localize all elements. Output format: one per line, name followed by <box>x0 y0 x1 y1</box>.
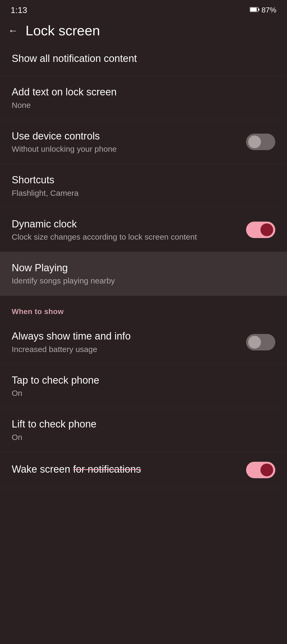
setting-lift-check-title: Lift to check phone <box>12 418 269 431</box>
setting-wake-screen-title: Wake screen for notifications <box>12 463 240 476</box>
page-title: Lock screen <box>26 23 100 39</box>
wake-screen-strikethrough: for notifications <box>73 464 141 475</box>
setting-device-controls-title: Use device controls <box>12 130 240 143</box>
setting-wake-screen[interactable]: Wake screen for notifications <box>0 452 287 488</box>
wake-screen-toggle[interactable] <box>246 462 275 478</box>
setting-now-playing-text: Now Playing Identify songs playing nearb… <box>12 261 275 286</box>
settings-list: Show all notification content Add text o… <box>0 43 287 488</box>
svg-rect-2 <box>250 8 257 11</box>
setting-dynamic-clock-subtitle: Clock size changes according to lock scr… <box>12 232 240 242</box>
setting-dynamic-clock-title: Dynamic clock <box>12 218 240 231</box>
setting-show-notification[interactable]: Show all notification content <box>0 43 287 76</box>
status-time: 1:13 <box>11 5 27 15</box>
setting-add-text-title: Add text on lock screen <box>12 86 269 99</box>
setting-tap-check[interactable]: Tap to check phone On <box>0 364 287 408</box>
setting-tap-check-text: Tap to check phone On <box>12 374 275 398</box>
setting-device-controls-subtitle: Without unlocking your phone <box>12 144 240 154</box>
setting-show-notification-title: Show all notification content <box>12 52 269 65</box>
setting-device-controls-text: Use device controls Without unlocking yo… <box>12 130 246 154</box>
setting-always-show-title: Always show time and info <box>12 330 240 343</box>
setting-shortcuts-subtitle: Flashlight, Camera <box>12 188 269 198</box>
setting-now-playing-title: Now Playing <box>12 261 269 274</box>
battery-icon <box>250 7 259 13</box>
setting-shortcuts-title: Shortcuts <box>12 173 269 187</box>
battery-percentage: 87% <box>261 6 276 14</box>
back-arrow-icon: ← <box>8 26 18 36</box>
setting-tap-check-subtitle: On <box>12 388 269 398</box>
setting-add-text[interactable]: Add text on lock screen None <box>0 76 287 120</box>
setting-shortcuts[interactable]: Shortcuts Flashlight, Camera <box>0 164 287 208</box>
setting-lift-check-subtitle: On <box>12 432 269 442</box>
always-show-toggle-thumb <box>248 336 261 349</box>
setting-always-show-text: Always show time and info Increased batt… <box>12 330 246 354</box>
when-to-show-section-header: When to show <box>0 296 287 320</box>
setting-add-text-text: Add text on lock screen None <box>12 86 275 110</box>
setting-wake-screen-text: Wake screen for notifications <box>12 463 246 477</box>
setting-add-text-subtitle: None <box>12 100 269 110</box>
setting-dynamic-clock-text: Dynamic clock Clock size changes accordi… <box>12 218 246 242</box>
setting-lift-check-text: Lift to check phone On <box>12 418 275 442</box>
always-show-toggle[interactable] <box>246 334 275 350</box>
top-bar: ← Lock screen <box>0 19 287 43</box>
setting-dynamic-clock[interactable]: Dynamic clock Clock size changes accordi… <box>0 208 287 252</box>
setting-now-playing[interactable]: Now Playing Identify songs playing nearb… <box>0 252 287 296</box>
setting-show-notification-text: Show all notification content <box>12 52 275 66</box>
setting-tap-check-title: Tap to check phone <box>12 374 269 387</box>
svg-rect-1 <box>258 9 259 11</box>
setting-now-playing-subtitle: Identify songs playing nearby <box>12 276 269 286</box>
status-bar: 1:13 87% <box>0 0 287 19</box>
device-controls-toggle-thumb <box>248 135 261 148</box>
dynamic-clock-toggle-thumb <box>260 223 273 236</box>
wake-screen-toggle-thumb <box>260 464 273 476</box>
device-controls-toggle[interactable] <box>246 134 275 150</box>
setting-device-controls[interactable]: Use device controls Without unlocking yo… <box>0 120 287 164</box>
setting-always-show[interactable]: Always show time and info Increased batt… <box>0 320 287 364</box>
setting-lift-check[interactable]: Lift to check phone On <box>0 408 287 452</box>
setting-shortcuts-text: Shortcuts Flashlight, Camera <box>12 173 275 198</box>
back-button[interactable]: ← <box>8 26 18 36</box>
dynamic-clock-toggle[interactable] <box>246 222 275 238</box>
when-to-show-label: When to show <box>12 307 64 316</box>
setting-always-show-subtitle: Increased battery usage <box>12 344 240 354</box>
battery-container: 87% <box>250 6 276 14</box>
